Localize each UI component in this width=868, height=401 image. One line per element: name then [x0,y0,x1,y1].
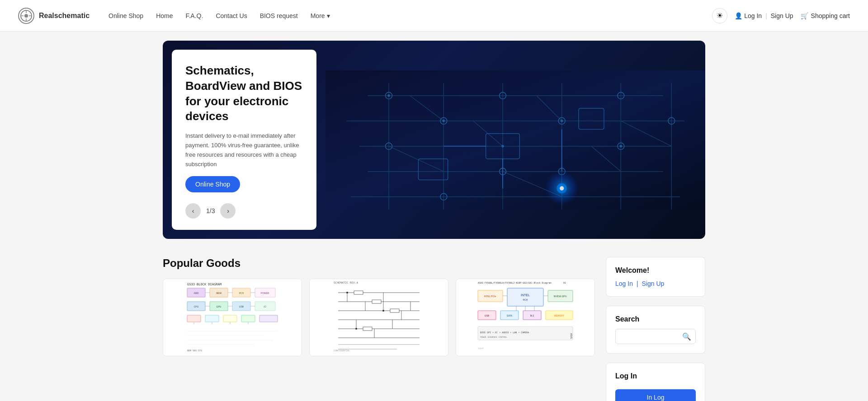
svg-rect-117 [507,288,543,306]
hero-circuit-visual [326,41,705,239]
hero-next-button[interactable]: › [220,203,236,219]
svg-text:PCH: PCH [239,292,244,294]
svg-text:GS33 BLOCK DIAGRAM: GS33 BLOCK DIAGRAM [187,283,222,286]
sidebar-login-button[interactable]: In Log [615,389,696,401]
svg-text:IO: IO [264,305,266,308]
header-right: ☀ 👤 Log In | Sign Up 🛒 Shopping cart [712,8,850,23]
svg-text:INTEL PCIe: INTEL PCIe [484,295,496,298]
sidebar-welcome-card: Welcome! Log In | Sign Up [606,257,705,297]
svg-text:BOM SKU CFG: BOM SKU CFG [187,349,202,352]
svg-point-108 [382,310,384,312]
product-card-2[interactable]: SCHEMATIC REV.A CONFIDENTIAL [309,279,448,356]
svg-text:MEM: MEM [216,292,222,294]
svg-rect-105 [390,309,399,312]
svg-text:BIOS SPI • EC • AUDIO • LAN • : BIOS SPI • EC • AUDIO • LAN • CAMERA [480,331,529,334]
svg-text:USB: USB [485,314,490,317]
hero-counter: 1/3 [206,207,215,214]
svg-rect-6 [326,70,705,210]
nav-contact-us[interactable]: Contact Us [210,9,252,23]
svg-text:ASUS: ASUS [570,333,573,339]
hero-description: Instant delivery to e-mail immediately a… [185,131,303,169]
section-layout: Popular Goods GS33 BLOCK DIAGRAM AMD CPU [163,257,705,401]
search-icon: 🔍 [682,332,691,341]
svg-point-48 [561,120,563,122]
chevron-down-icon: ▾ [327,12,330,19]
svg-point-47 [620,145,623,148]
svg-text:01: 01 [563,281,566,284]
nav-more[interactable]: More ▾ [305,9,335,23]
svg-rect-78 [259,315,278,322]
svg-rect-74 [187,315,201,322]
svg-rect-75 [205,315,219,322]
svg-text:Intel: Intel [478,347,484,350]
logo-icon [18,8,34,24]
svg-rect-76 [223,315,237,322]
sidebar-search-title: Search [615,315,696,323]
svg-text:SCHEMATIC REV.A: SCHEMATIC REV.A [334,281,359,284]
svg-text:M.2: M.2 [530,314,534,317]
nav-home[interactable]: Home [151,9,178,23]
svg-point-46 [443,120,445,122]
main-nav: Online Shop Home F.A.Q. Contact Us BIOS … [103,9,712,23]
svg-text:SATA: SATA [507,314,513,317]
svg-rect-103 [354,291,363,294]
hero-title: Schematics, BoardView and BIOS for your … [185,63,303,124]
svg-point-107 [346,292,348,294]
popular-goods-title: Popular Goods [163,257,595,270]
sidebar-login-link[interactable]: Log In [615,280,633,287]
sidebar: Welcome! Log In | Sign Up Search 🔍 Log I… [606,257,705,401]
login-link[interactable]: 👤 Log In [735,12,762,19]
shopping-cart-link[interactable]: 🛒 Shopping cart [801,12,850,19]
svg-text:GPU: GPU [217,305,222,308]
main-content: Schematics, BoardView and BIOS for your … [145,32,723,401]
user-icon: 👤 [735,12,742,19]
sidebar-signup-link[interactable]: Sign Up [642,280,665,287]
svg-text:POWER: POWER [261,292,269,294]
site-header: Realschematic Online Shop Home F.A.Q. Co… [0,0,868,32]
product-card-1[interactable]: GS33 BLOCK DIAGRAM AMD CPU MEM GPU PCH [163,279,302,356]
hero-banner: Schematics, BoardView and BIOS for your … [163,41,705,239]
svg-text:CONFIDENTIAL: CONFIDENTIAL [334,349,350,352]
sidebar-auth-links: Log In | Sign Up [615,280,696,287]
product-image-1: GS33 BLOCK DIAGRAM AMD CPU MEM GPU PCH [163,279,302,356]
sidebar-login-card: Log In In Log [606,363,705,401]
svg-text:PCH: PCH [523,298,528,301]
auth-area: 👤 Log In | Sign Up [735,12,793,19]
search-box: 🔍 [615,329,696,344]
svg-text:ASUS FX506L/FX506LH/FX706L2 N1: ASUS FX506L/FX506LH/FX706L2 N18P-G62/G61… [478,281,552,284]
svg-text:MEMORY: MEMORY [554,314,565,317]
svg-text:CPU: CPU [194,305,199,308]
hero-prev-button[interactable]: ‹ [185,203,201,219]
auth-divider: | [765,12,767,19]
hero-content-card: Schematics, BoardView and BIOS for your … [172,50,316,230]
svg-point-49 [501,145,504,148]
product-image-3: ASUS FX506L/FX506LH/FX706L2 N18P-G62/G61… [456,279,594,356]
nav-faq[interactable]: F.A.Q. [180,9,208,23]
sidebar-login-title: Log In [615,372,696,380]
svg-point-109 [355,328,357,330]
theme-toggle-button[interactable]: ☀ [712,8,727,23]
svg-rect-106 [363,327,372,331]
product-image-2: SCHEMATIC REV.A CONFIDENTIAL [310,279,448,356]
sidebar-welcome-title: Welcome! [615,266,696,275]
hero-navigation: ‹ 1/3 › [185,203,303,219]
signup-link[interactable]: Sign Up [771,12,793,19]
svg-point-1 [24,14,28,18]
products-grid: GS33 BLOCK DIAGRAM AMD CPU MEM GPU PCH [163,279,595,356]
svg-point-45 [387,94,390,97]
svg-text:AMD: AMD [193,292,199,294]
products-area: Popular Goods GS33 BLOCK DIAGRAM AMD CPU [163,257,595,356]
svg-text:POWER SEQUENCE CONTROL: POWER SEQUENCE CONTROL [480,336,507,338]
cart-icon: 🛒 [801,12,808,19]
nav-online-shop[interactable]: Online Shop [103,9,149,23]
logo-text: Realschematic [39,12,90,20]
svg-text:NVIDIA GPU: NVIDIA GPU [554,295,567,298]
nav-bios-request[interactable]: BIOS request [255,9,303,23]
hero-cta-button[interactable]: Online Shop [185,176,240,192]
svg-text:USB: USB [239,305,244,308]
svg-point-38 [560,186,564,190]
sidebar-divider: | [637,280,638,287]
product-card-3[interactable]: ASUS FX506L/FX506LH/FX706L2 N18P-G62/G61… [456,279,595,356]
logo-link[interactable]: Realschematic [18,8,90,24]
svg-text:INTEL: INTEL [521,294,530,297]
